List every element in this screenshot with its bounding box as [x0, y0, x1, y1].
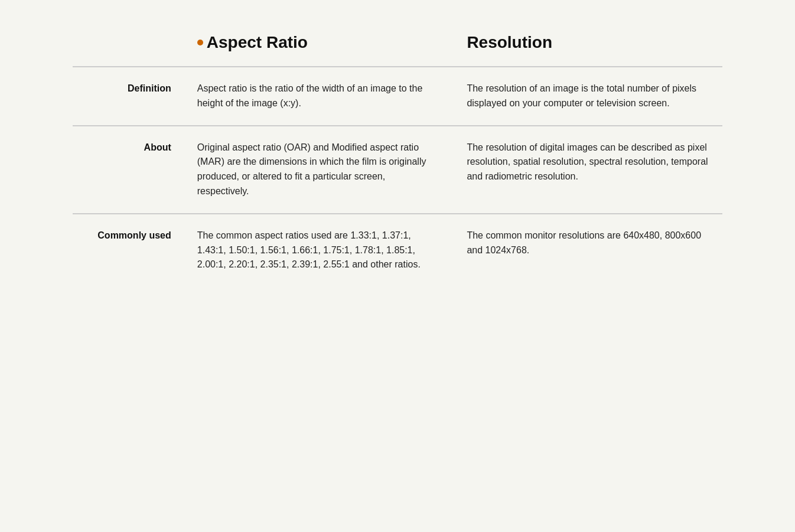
resolution-cell: The resolution of an image is the total …	[452, 67, 722, 126]
bullet-icon	[197, 40, 203, 45]
table-row: Commonly usedThe common aspect ratios us…	[73, 214, 722, 286]
row-label: About	[73, 126, 183, 214]
empty-header-cell	[73, 24, 183, 67]
comparison-table: Aspect Ratio Resolution DefinitionAspect…	[73, 24, 722, 286]
row-label: Definition	[73, 67, 183, 126]
aspect-ratio-header: Aspect Ratio	[183, 24, 453, 67]
table-row: DefinitionAspect ratio is the ratio of t…	[73, 67, 722, 126]
resolution-header: Resolution	[452, 24, 722, 67]
aspect-cell: Aspect ratio is the ratio of the width o…	[183, 67, 453, 126]
resolution-cell: The common monitor resolutions are 640x4…	[452, 214, 722, 286]
aspect-ratio-title: Aspect Ratio	[207, 33, 308, 51]
resolution-cell: The resolution of digital images can be …	[452, 126, 722, 214]
row-label: Commonly used	[73, 214, 183, 286]
aspect-cell: Original aspect ratio (OAR) and Modified…	[183, 126, 453, 214]
table-row: AboutOriginal aspect ratio (OAR) and Mod…	[73, 126, 722, 214]
resolution-title: Resolution	[467, 33, 552, 51]
aspect-cell: The common aspect ratios used are 1.33:1…	[183, 214, 453, 286]
